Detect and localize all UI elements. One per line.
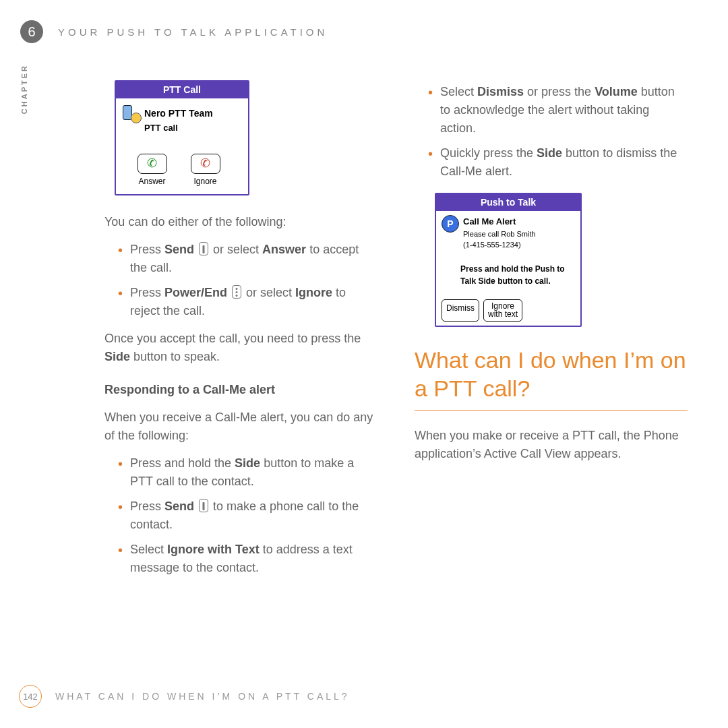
sub-intro: When you receive a Call-Me alert, you ca… [104, 408, 377, 445]
sub-heading: Responding to a Call-Me alert [104, 381, 377, 399]
list-item: Quickly press the Side button to dismiss… [428, 144, 688, 181]
footer: 142 WHAT CAN I DO WHEN I’M ON A PTT CALL… [19, 685, 350, 708]
phone-answer-icon: ✆ [147, 154, 157, 173]
page-number-badge: 142 [19, 685, 42, 708]
call-me-alert-mockup: Push to Talk P Call Me Alert Please call… [435, 193, 582, 327]
right-column: Select Dismiss or press the Volume butto… [415, 80, 688, 584]
list-item: Press Send or select Answer to accept th… [118, 241, 377, 277]
section-body: When you make or receive a PTT call, the… [415, 427, 688, 463]
answer-button[interactable]: ✆ Answer [133, 154, 171, 187]
call-type-label: PTT call [144, 121, 243, 135]
list-item: Select Dismiss or press the Volume butto… [428, 83, 688, 138]
ptt-call-mockup: PTT Call Nero PTT Team PTT call ✆ Answer [115, 80, 249, 195]
alert-title: Call Me Alert [463, 215, 536, 229]
mock-titlebar: PTT Call [116, 82, 248, 98]
list-item: Press Power/End or select Ignore to reje… [118, 284, 377, 320]
header: 6 YOUR PUSH TO TALK APPLICATION [20, 20, 688, 43]
answer-label: Answer [133, 175, 171, 187]
ignore-button[interactable]: ✆ Ignore [187, 154, 224, 187]
power-key-icon [232, 285, 241, 299]
list-item: Press Send to make a phone call to the c… [118, 497, 377, 534]
team-name: Nero PTT Team [144, 107, 213, 121]
chapter-title: YOUR PUSH TO TALK APPLICATION [58, 26, 328, 38]
send-key-icon [199, 242, 208, 255]
ptt-bubble-icon: P [442, 215, 459, 233]
alert-number: (1-415-555-1234) [463, 239, 536, 251]
left-column: PTT Call Nero PTT Team PTT call ✆ Answer [104, 80, 377, 584]
dismiss-button[interactable]: Dismiss [442, 299, 479, 322]
alert-instruction: Press and hold the Push to Talk Side but… [460, 263, 575, 287]
send-key-icon [199, 499, 208, 512]
chapter-side-label: CHAPTER [20, 64, 28, 114]
phone-ignore-icon: ✆ [200, 154, 210, 173]
intro-text: You can do either of the following: [104, 213, 377, 231]
once-text: Once you accept the call, you need to pr… [104, 330, 377, 366]
chapter-number-badge: 6 [20, 20, 43, 43]
section-heading: What can I do when I’m on a PTT call? [415, 346, 688, 403]
list-item: Press and hold the Side button to make a… [118, 454, 377, 491]
alert-caller: Please call Rob Smith [463, 229, 536, 240]
ignore-with-text-button[interactable]: Ignore with text [483, 299, 522, 322]
team-icon [121, 104, 140, 123]
mock-titlebar: Push to Talk [436, 194, 580, 211]
ignore-label: Ignore [187, 175, 224, 187]
heading-rule [415, 410, 688, 411]
list-item: Select Ignore with Text to address a tex… [118, 541, 377, 577]
footer-title: WHAT CAN I DO WHEN I’M ON A PTT CALL? [55, 691, 350, 702]
